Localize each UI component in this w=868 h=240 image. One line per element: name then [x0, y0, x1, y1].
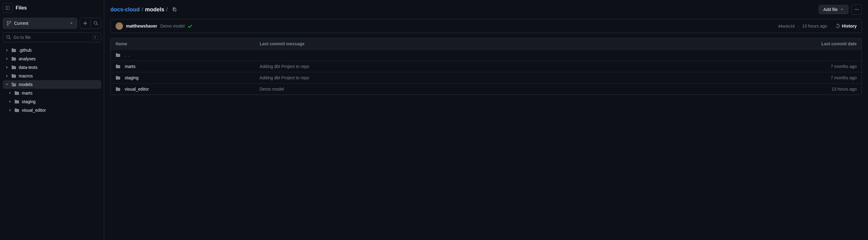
main-content: docs-cloud / models / Add file matthewsh… [104, 0, 868, 240]
tree-item-label: macros [19, 73, 33, 78]
table-row: martsAdding dbt Project to repo7 months … [111, 61, 862, 72]
chevron-right-icon [8, 91, 12, 95]
search-icon [6, 35, 11, 40]
commit-author[interactable]: matthewshaver [126, 24, 157, 29]
file-table: Name Last commit message Last commit dat… [110, 38, 862, 95]
folder-icon [14, 99, 19, 104]
folder-icon [116, 75, 120, 80]
add-button[interactable] [80, 18, 90, 29]
svg-point-0 [855, 9, 856, 10]
folder-icon [14, 108, 19, 113]
chevron-right-icon [8, 108, 12, 112]
history-icon [835, 24, 840, 29]
row-name-link[interactable]: visual_editor [125, 87, 149, 92]
row-commit-date: 7 months ago [777, 75, 857, 80]
sidebar-header: Files [1, 3, 103, 16]
history-link[interactable]: History [835, 24, 857, 29]
chevron-right-icon [5, 74, 9, 78]
branch-name: Current [14, 21, 67, 26]
caret-down-icon [69, 22, 73, 25]
breadcrumb-sep: / [142, 6, 143, 13]
tree-item-models[interactable]: models [3, 80, 101, 89]
sidebar-collapse-icon [5, 5, 10, 10]
header-message: Last commit message [259, 41, 777, 46]
row-name-link[interactable]: marts [125, 64, 135, 69]
commit-message[interactable]: Demo model [160, 24, 185, 29]
file-search[interactable]: t [3, 32, 101, 42]
file-search-input[interactable] [13, 35, 90, 40]
search-icon [93, 21, 98, 26]
branch-selector[interactable]: Current [3, 18, 77, 29]
branch-row: Current [1, 16, 103, 31]
folder-icon [11, 73, 16, 78]
parent-link[interactable]: . . [125, 53, 130, 58]
check-icon[interactable] [188, 24, 192, 29]
chevron-down-icon [5, 83, 9, 86]
svg-point-1 [856, 9, 857, 10]
caret-down-icon [840, 8, 844, 11]
folder-icon [14, 91, 19, 96]
chevron-right-icon [5, 57, 9, 61]
chevron-right-icon [5, 48, 9, 52]
tree-item-label: models [19, 82, 32, 87]
tree-item-label: data-tests [19, 65, 37, 70]
folder-icon [116, 53, 120, 58]
table-header: Name Last commit message Last commit dat… [111, 38, 862, 49]
chevron-right-icon [5, 66, 9, 69]
tree-item-.github[interactable]: .github [3, 46, 101, 55]
copy-path-button[interactable] [171, 5, 178, 14]
commit-time: 13 hours ago [802, 24, 827, 29]
tree-item-macros[interactable]: macros [3, 72, 101, 80]
row-commit-message[interactable]: Adding dbt Project to repo [259, 64, 777, 69]
header-date: Last commit date [777, 41, 857, 46]
file-search-kbd: t [93, 35, 98, 40]
branch-icon [7, 21, 12, 26]
commit-sha[interactable]: 46ede16 [778, 24, 795, 29]
tree-item-label: marts [22, 91, 32, 96]
files-title: Files [16, 5, 27, 11]
folder-icon [11, 56, 16, 61]
breadcrumb-repo[interactable]: docs-cloud [110, 6, 140, 13]
table-row: visual_editorDemo model13 hours ago [111, 83, 862, 95]
tree-item-label: analyses [19, 56, 36, 61]
collapse-sidebar-button[interactable] [3, 3, 12, 13]
breadcrumb: docs-cloud / models / [110, 6, 168, 13]
parent-directory-row[interactable]: . . [111, 49, 862, 61]
row-commit-message[interactable]: Adding dbt Project to repo [259, 75, 777, 80]
file-tree: .githubanalysesdata-testsmacrosmodelsmar… [1, 44, 103, 116]
plus-icon [83, 21, 88, 26]
tree-item-label: staging [22, 99, 36, 104]
tree-item-marts[interactable]: marts [3, 89, 101, 97]
kebab-icon [854, 7, 859, 12]
breadcrumb-row: docs-cloud / models / Add file [110, 4, 862, 15]
table-row: stagingAdding dbt Project to repo7 month… [111, 72, 862, 83]
add-file-label: Add file [823, 7, 838, 12]
avatar[interactable] [116, 22, 123, 30]
row-commit-message[interactable]: Demo model [259, 87, 777, 92]
tree-item-visual_editor[interactable]: visual_editor [3, 106, 101, 114]
tree-item-label: visual_editor [22, 108, 46, 113]
row-name-link[interactable]: staging [125, 75, 138, 80]
folder-open-icon [11, 82, 16, 87]
tree-item-analyses[interactable]: analyses [3, 55, 101, 63]
folder-icon [116, 64, 120, 69]
sidebar: Files Current t .githubanalysesdata-test… [0, 0, 104, 240]
copy-icon [172, 7, 177, 12]
commit-sep: · [798, 24, 799, 29]
add-file-button[interactable]: Add file [819, 5, 848, 14]
svg-point-2 [858, 9, 859, 10]
folder-icon [11, 65, 16, 70]
breadcrumb-current: models [145, 6, 164, 13]
breadcrumb-sep: / [166, 6, 168, 13]
more-options-button[interactable] [851, 4, 862, 15]
header-name: Name [116, 41, 259, 46]
tree-item-data-tests[interactable]: data-tests [3, 63, 101, 72]
branch-actions [80, 18, 101, 29]
row-commit-date: 7 months ago [777, 64, 857, 69]
folder-icon [11, 48, 16, 53]
tree-item-label: .github [19, 48, 32, 53]
search-button[interactable] [90, 18, 101, 29]
chevron-right-icon [8, 100, 12, 103]
tree-item-staging[interactable]: staging [3, 97, 101, 106]
folder-icon [116, 87, 120, 92]
